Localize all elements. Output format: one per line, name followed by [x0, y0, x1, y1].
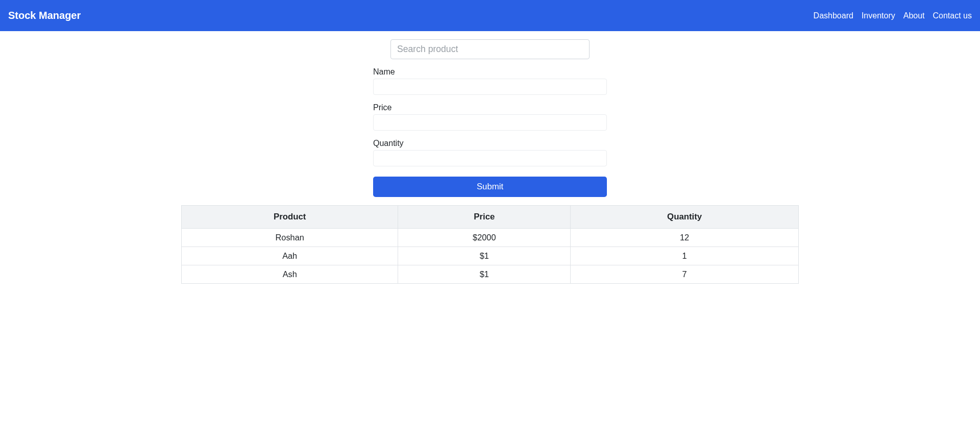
nav-links: Dashboard Inventory About Contact us — [814, 11, 972, 20]
cell-price: $1 — [398, 265, 571, 284]
nav-contact[interactable]: Contact us — [933, 7, 972, 24]
nav-about[interactable]: About — [903, 7, 925, 24]
search-wrapper — [181, 39, 799, 59]
form-group-name: Name — [373, 67, 607, 95]
header-price: Price — [398, 206, 571, 229]
main-container: Name Price Quantity Submit Product Price… — [174, 39, 806, 284]
form-group-price: Price — [373, 103, 607, 131]
price-label: Price — [373, 103, 607, 112]
form-group-quantity: Quantity — [373, 139, 607, 166]
submit-button[interactable]: Submit — [373, 177, 607, 197]
price-input[interactable] — [373, 114, 607, 131]
table-row: Roshan $2000 12 — [182, 229, 799, 247]
cell-quantity: 12 — [571, 229, 799, 247]
cell-product: Aah — [182, 247, 398, 265]
table-header-row: Product Price Quantity — [182, 206, 799, 229]
header-product: Product — [182, 206, 398, 229]
quantity-label: Quantity — [373, 139, 607, 148]
cell-quantity: 1 — [571, 247, 799, 265]
quantity-input[interactable] — [373, 150, 607, 166]
cell-price: $2000 — [398, 229, 571, 247]
search-input[interactable] — [390, 39, 590, 59]
name-label: Name — [373, 67, 607, 77]
header-quantity: Quantity — [571, 206, 799, 229]
brand-link[interactable]: Stock Manager — [8, 7, 81, 24]
cell-product: Ash — [182, 265, 398, 284]
product-form: Name Price Quantity Submit — [373, 67, 607, 197]
name-input[interactable] — [373, 79, 607, 95]
table-row: Aah $1 1 — [182, 247, 799, 265]
products-table: Product Price Quantity Roshan $2000 12 A… — [181, 205, 799, 284]
cell-price: $1 — [398, 247, 571, 265]
table-row: Ash $1 7 — [182, 265, 799, 284]
navbar: Stock Manager Dashboard Inventory About … — [0, 0, 980, 31]
cell-product: Roshan — [182, 229, 398, 247]
nav-inventory[interactable]: Inventory — [862, 7, 895, 24]
cell-quantity: 7 — [571, 265, 799, 284]
nav-dashboard[interactable]: Dashboard — [814, 7, 853, 24]
